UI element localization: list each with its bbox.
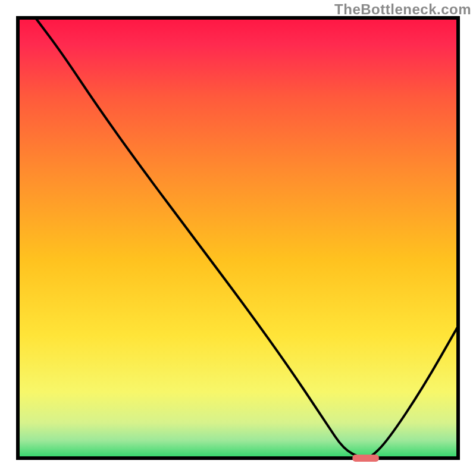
plot-background xyxy=(18,18,458,458)
bottleneck-chart: TheBottleneck.com xyxy=(0,0,476,476)
chart-svg xyxy=(0,0,476,476)
optimal-marker xyxy=(352,455,378,462)
watermark-label: TheBottleneck.com xyxy=(334,1,471,18)
